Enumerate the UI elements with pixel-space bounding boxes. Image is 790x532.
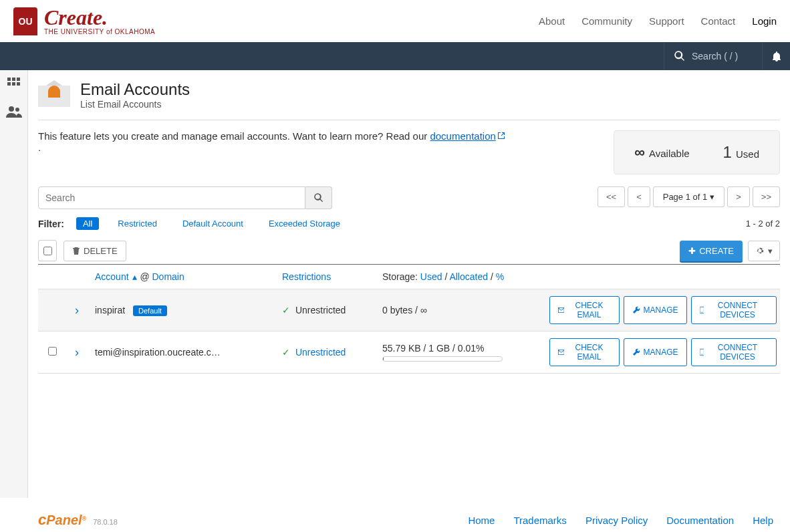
storage-text: 0 bytes / ∞ <box>382 305 427 315</box>
nav-about[interactable]: About <box>539 15 565 27</box>
brand-text: Create. THE UNIVERSITY of OKLAHOMA <box>44 7 155 35</box>
footer-trademarks[interactable]: Trademarks <box>513 515 566 526</box>
envelope-icon <box>558 349 564 356</box>
cpanel-version: 78.0.18 <box>93 518 118 526</box>
footer: cPanel® 78.0.18 Home Trademarks Privacy … <box>28 498 783 532</box>
check-email-button[interactable]: CHECK EMAIL <box>549 338 620 366</box>
external-link-icon <box>497 132 505 140</box>
nav-contact[interactable]: Contact <box>701 15 736 27</box>
apps-grid-icon[interactable] <box>7 77 21 94</box>
cpanel-logo: cPanel® 78.0.18 <box>38 511 118 529</box>
nav-login[interactable]: Login <box>752 15 777 27</box>
header-used[interactable]: Used <box>420 271 442 282</box>
top-header: OU Create. THE UNIVERSITY of OKLAHOMA Ab… <box>0 0 790 42</box>
manage-button[interactable]: MANAGE <box>624 338 687 366</box>
svg-point-11 <box>701 354 702 355</box>
brand-subtitle: THE UNIVERSITY of OKLAHOMA <box>44 28 155 35</box>
gear-icon <box>755 246 765 255</box>
create-button[interactable]: ✚ CREATE <box>680 241 743 261</box>
filter-restricted[interactable]: Restricted <box>111 217 164 230</box>
filter-default[interactable]: Default Account <box>176 217 250 230</box>
trash-icon <box>72 247 80 255</box>
page-prev-button[interactable]: < <box>628 186 650 207</box>
page-first-button[interactable]: << <box>598 186 625 207</box>
storage-bar <box>382 356 503 362</box>
table-row: › temi@inspiration.oucreate.c… ✓ Unrestr… <box>38 331 780 374</box>
page-last-button[interactable]: >> <box>753 186 780 207</box>
check-icon: ✓ <box>282 305 290 315</box>
email-table: Account ▴ @ Domain Restrictions Storage:… <box>38 264 780 374</box>
nav-community[interactable]: Community <box>581 15 632 27</box>
footer-home[interactable]: Home <box>468 515 495 526</box>
expand-row-icon[interactable]: › <box>75 346 79 359</box>
svg-point-7 <box>15 108 19 112</box>
svg-rect-3 <box>7 82 11 86</box>
stat-used: 1 Used <box>723 143 759 162</box>
check-icon: ✓ <box>282 347 290 358</box>
plus-icon: ✚ <box>688 246 696 256</box>
wrench-icon <box>632 306 640 314</box>
connect-devices-button[interactable]: CONNECT DEVICES <box>691 338 777 366</box>
search-icon <box>314 193 323 203</box>
settings-button[interactable]: ▾ <box>748 241 780 261</box>
header-restrictions[interactable]: Restrictions <box>282 271 331 282</box>
caret-down-icon: ▾ <box>710 192 714 202</box>
brand-logo[interactable]: OU Create. THE UNIVERSITY of OKLAHOMA <box>13 7 155 35</box>
nav-support[interactable]: Support <box>649 15 684 27</box>
filter-all[interactable]: All <box>76 217 99 230</box>
footer-links: Home Trademarks Privacy Policy Documenta… <box>468 515 773 526</box>
page-next-button[interactable]: > <box>727 186 750 207</box>
ou-logo-icon: OU <box>13 7 37 35</box>
search-icon <box>674 51 685 61</box>
svg-rect-0 <box>7 78 11 81</box>
svg-point-9 <box>701 312 702 313</box>
caret-down-icon: ▾ <box>768 246 773 256</box>
top-nav: About Community Support Contact Login <box>539 15 777 27</box>
svg-rect-5 <box>17 82 20 86</box>
global-search-input[interactable] <box>692 51 752 61</box>
delete-button[interactable]: DELETE <box>63 241 126 261</box>
users-icon[interactable] <box>6 106 22 120</box>
page-header: Email Accounts List Email Accounts <box>38 80 780 120</box>
bell-icon <box>771 51 782 61</box>
connect-devices-button[interactable]: CONNECT DEVICES <box>691 296 777 324</box>
restriction-link[interactable]: Unrestricted <box>295 347 346 358</box>
email-icon <box>38 80 70 107</box>
manage-button[interactable]: MANAGE <box>624 296 687 324</box>
header-domain[interactable]: Domain <box>152 271 184 282</box>
footer-help[interactable]: Help <box>753 515 773 526</box>
stats-box: ∞ Available 1 Used <box>614 130 780 174</box>
sort-asc-icon: ▴ <box>132 271 137 282</box>
header-percent[interactable]: % <box>496 271 504 282</box>
header-allocated[interactable]: Allocated <box>449 271 488 282</box>
table-search-input[interactable] <box>38 186 305 209</box>
select-all-checkbox[interactable] <box>38 240 57 261</box>
row-checkbox[interactable] <box>48 347 57 356</box>
footer-privacy[interactable]: Privacy Policy <box>585 515 648 526</box>
mobile-icon <box>700 348 704 356</box>
header-account[interactable]: Account <box>95 271 129 282</box>
documentation-link[interactable]: documentation <box>430 130 505 142</box>
svg-rect-4 <box>12 82 15 86</box>
left-rail <box>0 70 28 498</box>
expand-row-icon[interactable]: › <box>75 303 79 317</box>
account-name: temi@inspiration.oucreate.c… <box>95 347 221 358</box>
page-title: Email Accounts <box>80 80 190 99</box>
default-badge: Default <box>133 305 167 316</box>
table-search-button[interactable] <box>305 186 332 209</box>
utility-bar <box>0 42 790 70</box>
footer-documentation[interactable]: Documentation <box>666 515 734 526</box>
intro-pre: This feature lets you create and manage … <box>38 130 430 142</box>
table-row: › inspirat Default ✓ Unrestricted 0 byte… <box>38 289 780 331</box>
infinity-icon: ∞ <box>634 144 645 161</box>
intro-post: . <box>38 142 41 153</box>
page-label[interactable]: Page 1 of 1▾ <box>653 186 725 207</box>
filters: Filter: All Restricted Default Account E… <box>38 217 347 230</box>
global-search[interactable] <box>664 42 762 70</box>
intro-text: This feature lets you create and manage … <box>38 130 506 153</box>
header-at: @ <box>140 271 149 282</box>
notifications-button[interactable] <box>762 42 790 70</box>
mobile-icon <box>700 306 704 314</box>
filter-exceeded[interactable]: Exceeded Storage <box>262 217 347 230</box>
check-email-button[interactable]: CHECK EMAIL <box>549 296 620 324</box>
